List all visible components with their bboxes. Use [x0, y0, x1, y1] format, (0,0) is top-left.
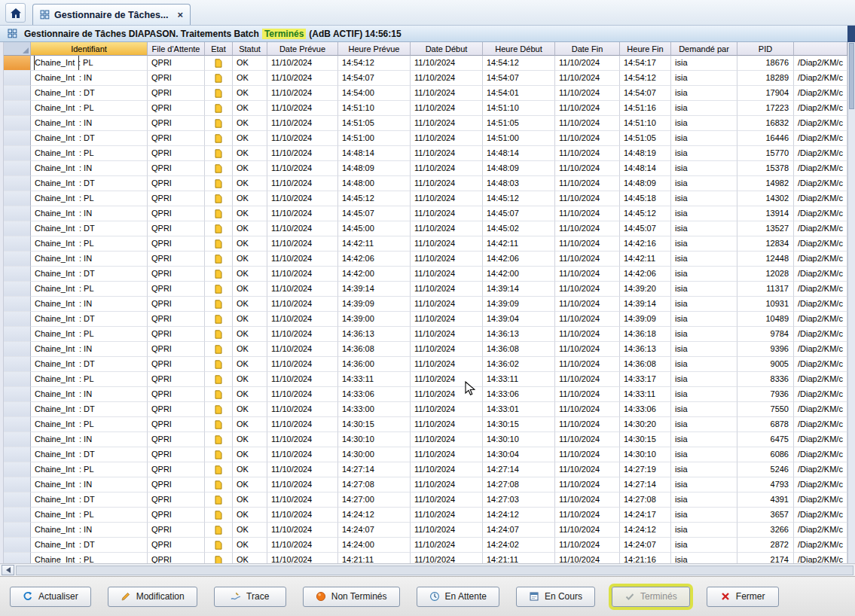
cell-heure-debut[interactable]: 14:39:14	[483, 282, 555, 297]
cell-statut[interactable]: OK	[233, 402, 267, 417]
cell-statut[interactable]: OK	[233, 553, 267, 563]
cell-identifiant[interactable]: Chaine_Int: DT	[31, 312, 148, 327]
cell-heure-debut[interactable]: 14:24:12	[483, 508, 555, 523]
cell-file-attente[interactable]: QPRI	[148, 387, 205, 402]
cell-date-debut[interactable]: 11/10/2024	[411, 372, 483, 387]
cell-heure-debut[interactable]: 14:54:01	[483, 86, 555, 101]
cell-statut[interactable]: OK	[233, 191, 267, 206]
row-selector[interactable]	[4, 221, 31, 236]
cell-file-attente[interactable]: QPRI	[148, 492, 205, 508]
cell-etat[interactable]	[205, 327, 233, 342]
cell-heure-fin[interactable]: 14:27:08	[620, 492, 671, 508]
cell-date-fin[interactable]: 11/10/2024	[555, 387, 620, 402]
cell-date-fin[interactable]: 11/10/2024	[555, 372, 620, 387]
cell-date-prevue[interactable]: 11/10/2024	[267, 56, 338, 71]
cell-heure-debut[interactable]: 14:54:12	[483, 56, 555, 71]
cell-heure-prevue[interactable]: 14:51:05	[338, 116, 411, 131]
cell-heure-prevue[interactable]: 14:36:00	[338, 357, 411, 372]
row-selector[interactable]	[4, 462, 31, 477]
cell-file-attente[interactable]: QPRI	[148, 553, 205, 563]
cell-date-fin[interactable]: 11/10/2024	[555, 146, 620, 161]
row-selector[interactable]	[4, 161, 31, 176]
cell-demande-par[interactable]: isia	[671, 417, 737, 432]
non-termines-button[interactable]: Non Terminés	[303, 587, 400, 607]
cell-demande-par[interactable]: isia	[671, 236, 737, 252]
cell-statut[interactable]: OK	[233, 267, 267, 282]
column-header-heure-fin[interactable]: Heure Fin	[620, 42, 671, 56]
cell-path[interactable]: /Diap2/KM/c	[794, 236, 847, 252]
cell-heure-debut[interactable]: 14:42:06	[483, 252, 555, 267]
cell-date-prevue[interactable]: 11/10/2024	[267, 146, 338, 161]
cell-heure-prevue[interactable]: 14:30:15	[338, 417, 411, 432]
cell-identifiant[interactable]: Chaine_Int: PL	[31, 146, 148, 161]
row-selector[interactable]	[4, 432, 31, 447]
cell-heure-fin[interactable]: 14:24:17	[620, 508, 671, 523]
cell-demande-par[interactable]: isia	[671, 432, 737, 447]
cell-demande-par[interactable]: isia	[671, 312, 737, 327]
cell-file-attente[interactable]: QPRI	[148, 146, 205, 161]
en-cours-button[interactable]: En Cours	[516, 587, 595, 607]
row-selector[interactable]	[4, 523, 31, 538]
cell-identifiant[interactable]: Chaine_Int: DT	[31, 131, 148, 146]
cell-date-fin[interactable]: 11/10/2024	[555, 191, 620, 206]
cell-path[interactable]: /Diap2/KM/c	[794, 447, 847, 462]
cell-path[interactable]: /Diap2/KM/c	[794, 492, 847, 508]
cell-heure-fin[interactable]: 14:54:12	[620, 71, 671, 86]
cell-statut[interactable]: OK	[233, 71, 267, 86]
cell-heure-prevue[interactable]: 14:24:00	[338, 538, 411, 553]
cell-date-prevue[interactable]: 11/10/2024	[267, 492, 338, 508]
cell-heure-prevue[interactable]: 14:30:00	[338, 447, 411, 462]
cell-date-debut[interactable]: 11/10/2024	[411, 417, 483, 432]
cell-demande-par[interactable]: isia	[671, 176, 737, 191]
row-selector[interactable]	[4, 101, 31, 116]
cell-pid[interactable]: 16832	[737, 116, 794, 131]
cell-date-prevue[interactable]: 11/10/2024	[267, 417, 338, 432]
cell-statut[interactable]: OK	[233, 417, 267, 432]
cell-file-attente[interactable]: QPRI	[148, 477, 205, 492]
cell-pid[interactable]: 14982	[737, 176, 794, 191]
cell-date-prevue[interactable]: 11/10/2024	[267, 462, 338, 477]
column-header-date-pr-vue[interactable]: Date Prévue	[267, 42, 338, 56]
cell-file-attente[interactable]: QPRI	[148, 327, 205, 342]
cell-pid[interactable]: 8336	[737, 372, 794, 387]
cell-date-fin[interactable]: 11/10/2024	[555, 161, 620, 176]
cell-date-prevue[interactable]: 11/10/2024	[267, 477, 338, 492]
cell-identifiant[interactable]: Chaine_Int: PL	[31, 236, 148, 252]
cell-identifiant[interactable]: Chaine_Int: IN	[31, 116, 148, 131]
column-header-statut[interactable]: Statut	[233, 42, 267, 56]
cell-path[interactable]: /Diap2/KM/c	[794, 462, 847, 477]
cell-pid[interactable]: 5246	[737, 462, 794, 477]
cell-date-debut[interactable]: 11/10/2024	[411, 447, 483, 462]
cell-date-prevue[interactable]: 11/10/2024	[267, 252, 338, 267]
cell-statut[interactable]: OK	[233, 432, 267, 447]
cell-date-prevue[interactable]: 11/10/2024	[267, 101, 338, 116]
cell-file-attente[interactable]: QPRI	[148, 252, 205, 267]
cell-path[interactable]: /Diap2/KM/c	[794, 553, 847, 563]
table-row[interactable]: Chaine_Int: INQPRIOK11/10/202414:27:0811…	[4, 477, 847, 492]
cell-heure-prevue[interactable]: 14:42:00	[338, 267, 411, 282]
cell-etat[interactable]	[205, 492, 233, 508]
cell-demande-par[interactable]: isia	[671, 387, 737, 402]
vertical-scrollbar[interactable]	[847, 42, 855, 563]
cell-heure-fin[interactable]: 14:33:17	[620, 372, 671, 387]
row-selector[interactable]	[4, 206, 31, 221]
table-row[interactable]: Chaine_Int: PLQPRIOK11/10/202414:33:1111…	[4, 372, 847, 387]
cell-date-debut[interactable]: 11/10/2024	[411, 191, 483, 206]
cell-date-fin[interactable]: 11/10/2024	[555, 252, 620, 267]
cell-date-fin[interactable]: 11/10/2024	[555, 462, 620, 477]
cell-identifiant[interactable]: Chaine_Int: IN	[31, 71, 148, 86]
cell-demande-par[interactable]: isia	[671, 221, 737, 236]
cell-date-prevue[interactable]: 11/10/2024	[267, 206, 338, 221]
cell-file-attente[interactable]: QPRI	[148, 282, 205, 297]
cell-demande-par[interactable]: isia	[671, 538, 737, 553]
cell-identifiant[interactable]: Chaine_Int: PL	[31, 327, 148, 342]
cell-identifiant[interactable]: Chaine_Int: PL	[31, 462, 148, 477]
cell-heure-debut[interactable]: 14:33:06	[483, 387, 555, 402]
actualiser-button[interactable]: Actualiser	[10, 587, 91, 607]
column-header-pid[interactable]: PID	[737, 42, 794, 56]
cell-date-debut[interactable]: 11/10/2024	[411, 116, 483, 131]
vertical-scrollbar-thumb[interactable]	[849, 43, 854, 109]
cell-demande-par[interactable]: isia	[671, 342, 737, 357]
cell-date-prevue[interactable]: 11/10/2024	[267, 402, 338, 417]
cell-pid[interactable]: 4793	[737, 477, 794, 492]
